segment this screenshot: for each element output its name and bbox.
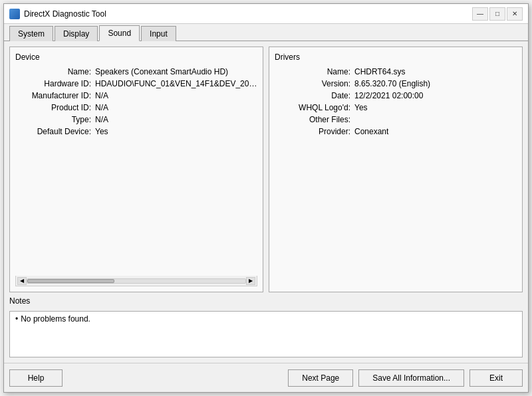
driver-whql-value: Yes	[354, 103, 517, 112]
driver-name-value: CHDRT64.sys	[354, 67, 517, 76]
drivers-info-area: Name: CHDRT64.sys Version: 8.65.320.70 (…	[275, 67, 517, 286]
driver-name-row: Name: CHDRT64.sys	[275, 67, 517, 76]
driver-whql-row: WHQL Logo'd: Yes	[275, 103, 517, 112]
maximize-button[interactable]: □	[489, 7, 505, 21]
device-type-row: Type: N/A	[15, 115, 257, 124]
tab-input[interactable]: Input	[141, 26, 176, 41]
driver-date-row: Date: 12/2/2021 02:00:00	[275, 91, 517, 100]
driver-name-label: Name:	[275, 67, 354, 76]
driver-other-label: Other Files:	[275, 115, 354, 124]
notes-text: No problems found.	[21, 314, 90, 324]
window-title: DirectX Diagnostic Tool	[24, 9, 472, 19]
driver-version-row: Version: 8.65.320.70 (English)	[275, 79, 517, 88]
driver-version-label: Version:	[275, 79, 354, 88]
drivers-panel: Drivers Name: CHDRT64.sys Version: 8.65.…	[269, 47, 523, 292]
notes-section: Notes • No problems found.	[9, 296, 523, 357]
tab-display[interactable]: Display	[55, 26, 98, 41]
main-window: DirectX Diagnostic Tool — □ ✕ System Dis…	[3, 3, 529, 393]
driver-date-value: 12/2/2021 02:00:00	[354, 91, 517, 100]
device-panel: Device Name: Speakers (Conexant SmartAud…	[9, 47, 263, 292]
device-name-label: Name:	[15, 67, 95, 76]
bottom-bar: Help Next Page Save All Information... E…	[4, 363, 528, 392]
minimize-button[interactable]: —	[472, 7, 488, 21]
driver-whql-label: WHQL Logo'd:	[275, 103, 354, 112]
tabs-bar: System Display Sound Input	[4, 24, 528, 41]
scroll-right-arrow[interactable]: ▶	[246, 277, 255, 285]
driver-other-row: Other Files:	[275, 115, 517, 124]
device-info-area: Name: Speakers (Conexant SmartAudio HD) …	[15, 67, 257, 276]
notes-title: Notes	[9, 296, 523, 306]
device-prodid-label: Product ID:	[15, 103, 95, 112]
device-hwid-row: Hardware ID: HDAUDIO\FUNC_01&VEN_14F1&DE…	[15, 79, 257, 88]
device-type-label: Type:	[15, 115, 95, 124]
help-button[interactable]: Help	[9, 369, 63, 387]
device-prodid-value: N/A	[95, 103, 257, 112]
main-content: Device Name: Speakers (Conexant SmartAud…	[4, 41, 528, 363]
notes-bullet: •	[15, 314, 18, 324]
drivers-panel-title: Drivers	[275, 52, 517, 62]
app-icon	[9, 9, 20, 19]
device-default-row: Default Device: Yes	[15, 127, 257, 136]
driver-other-value	[354, 115, 517, 124]
device-mfrid-value: N/A	[95, 91, 257, 100]
device-prodid-row: Product ID: N/A	[15, 103, 257, 112]
tab-sound[interactable]: Sound	[99, 25, 140, 41]
tab-system[interactable]: System	[9, 26, 53, 41]
device-mfrid-row: Manufacturer ID: N/A	[15, 91, 257, 100]
device-default-value: Yes	[95, 127, 257, 136]
device-hwid-value: HDAUDIO\FUNC_01&VEN_14F1&DEV_2008&SUBSYS…	[95, 79, 257, 88]
scrollbar-thumb[interactable]	[27, 279, 114, 283]
driver-provider-value: Conexant	[354, 127, 517, 136]
device-name-row: Name: Speakers (Conexant SmartAudio HD)	[15, 67, 257, 76]
device-panel-title: Device	[15, 52, 257, 62]
driver-date-label: Date:	[275, 91, 354, 100]
notes-box: • No problems found.	[9, 311, 523, 357]
device-hwid-label: Hardware ID:	[15, 79, 95, 88]
device-type-value: N/A	[95, 115, 257, 124]
exit-button[interactable]: Exit	[469, 369, 523, 387]
device-name-value: Speakers (Conexant SmartAudio HD)	[95, 67, 257, 76]
driver-version-value: 8.65.320.70 (English)	[354, 79, 517, 88]
scroll-left-arrow[interactable]: ◀	[17, 277, 27, 285]
device-scrollbar[interactable]: ◀ ▶	[15, 276, 257, 286]
driver-provider-row: Provider: Conexant	[275, 127, 517, 136]
scrollbar-track[interactable]	[27, 278, 246, 284]
device-mfrid-label: Manufacturer ID:	[15, 91, 95, 100]
window-controls: — □ ✕	[472, 7, 523, 21]
notes-item: • No problems found.	[15, 314, 517, 324]
driver-provider-label: Provider:	[275, 127, 354, 136]
close-button[interactable]: ✕	[507, 7, 523, 21]
title-bar: DirectX Diagnostic Tool — □ ✕	[4, 4, 528, 24]
save-all-button[interactable]: Save All Information...	[358, 369, 464, 387]
device-default-label: Default Device:	[15, 127, 95, 136]
next-page-button[interactable]: Next Page	[288, 369, 353, 387]
panels-row: Device Name: Speakers (Conexant SmartAud…	[9, 47, 523, 292]
